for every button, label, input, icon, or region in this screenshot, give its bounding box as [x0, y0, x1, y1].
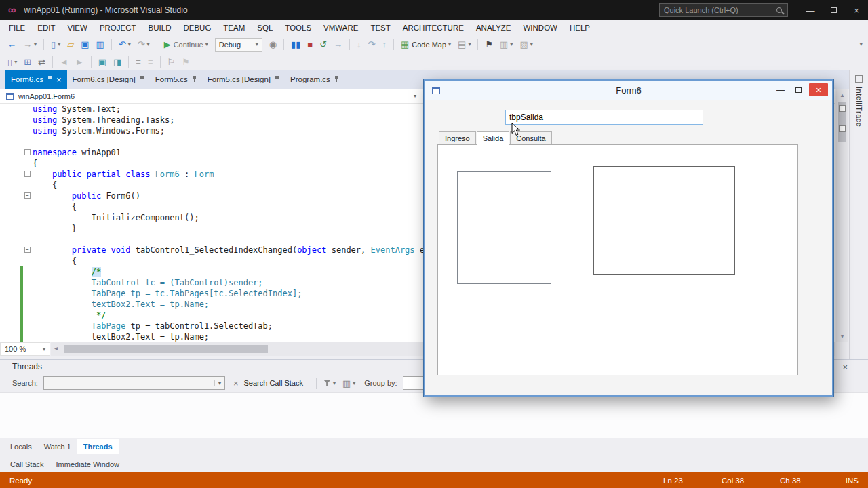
doc-tab-form6-cs[interactable]: Form6.cs× [5, 70, 67, 89]
menu-file[interactable]: FILE [3, 22, 31, 34]
debug-target-combo[interactable]: Debug▾ [215, 38, 262, 52]
collapse-region-icon[interactable]: − [24, 192, 31, 199]
menu-window[interactable]: WINDOW [517, 22, 563, 34]
search-call-stack-toggle[interactable]: Search Call Stack [244, 379, 303, 387]
toolbar-overflow-icon[interactable]: ▾ [859, 41, 863, 47]
breakpoint-flag-icon[interactable]: ⚑ [481, 37, 496, 52]
menu-edit[interactable]: EDIT [31, 22, 61, 34]
pin-icon[interactable] [140, 76, 144, 83]
nav-forward-icon[interactable]: →▾ [20, 37, 40, 52]
uncomment-icon[interactable]: ≡ [144, 54, 157, 69]
comment-icon[interactable]: ≡ [132, 54, 144, 69]
next-bookmark-icon[interactable]: ⚑ [178, 54, 193, 69]
display-method-icon[interactable]: ▣ [95, 54, 110, 69]
form-listbox[interactable] [457, 171, 551, 284]
menu-team[interactable]: TEAM [217, 22, 251, 34]
menu-architecture[interactable]: ARCHITECTURE [397, 22, 470, 34]
diagnostics-icon[interactable]: ▤▾ [454, 37, 474, 52]
doc-tab-program-cs[interactable]: Program.cs [285, 70, 344, 89]
step-over-icon[interactable]: ↷ [365, 37, 379, 52]
new-item-icon[interactable]: ▯▾ [4, 54, 20, 69]
collapse-region-icon[interactable]: − [24, 171, 31, 177]
threads-list-area[interactable] [0, 392, 868, 438]
step-into-icon[interactable]: ↓ [353, 37, 365, 52]
doc-tab-form5-cs-design[interactable]: Form5.cs [Design] [202, 70, 285, 89]
columns-button[interactable]: ▥ ▾ [339, 379, 359, 388]
save-icon[interactable]: ▣ [77, 37, 92, 52]
form-maximize-button[interactable] [790, 83, 806, 96]
break-all-icon[interactable]: ▮▮ [288, 37, 304, 52]
tab-call-stack[interactable]: Call Stack [4, 457, 50, 472]
clear-search-icon[interactable]: × [233, 379, 239, 388]
menu-help[interactable]: HELP [564, 22, 596, 34]
menu-test[interactable]: TEST [364, 22, 396, 34]
collapse-region-icon[interactable]: − [24, 247, 31, 253]
minimize-button[interactable]: — [799, 0, 822, 20]
attach-process-icon[interactable]: ◉ [266, 37, 280, 52]
step-out-icon[interactable]: ↑ [379, 37, 391, 52]
scroll-down-icon[interactable]: ▾ [836, 333, 848, 340]
doc-tab-form5-cs[interactable]: Form5.cs [150, 70, 202, 89]
form6-window[interactable]: Form6 — × IngresoSalidaConsulta [424, 79, 833, 396]
form-tab-ingreso[interactable]: Ingreso [439, 131, 476, 144]
swap-view-icon[interactable]: ⇄ [35, 54, 49, 69]
pin-icon[interactable] [275, 76, 279, 83]
code-map-icon[interactable]: ▦Code Map▾ [397, 37, 454, 52]
undo-icon[interactable]: ↶▾ [115, 37, 134, 52]
form-panel[interactable] [593, 166, 735, 275]
display-field-icon[interactable]: ◨ [110, 54, 125, 69]
collapse-region-icon[interactable]: − [24, 149, 31, 155]
tab-threads[interactable]: Threads [77, 439, 119, 454]
nav-back-icon[interactable]: ← [4, 37, 20, 52]
scroll-up-icon[interactable]: ▴ [836, 92, 848, 98]
menu-sql[interactable]: SQL [251, 22, 279, 34]
open-file-icon[interactable]: ▱ [64, 37, 77, 52]
tab-immediate-window[interactable]: Immediate Window [50, 457, 126, 472]
horizontal-scrollbar-thumb[interactable] [64, 345, 268, 353]
add-form-icon[interactable]: ⊞ [20, 54, 35, 69]
tab-intellitrace[interactable]: IntelliTrace [850, 70, 868, 127]
menu-debug[interactable]: DEBUG [177, 22, 217, 34]
save-all-icon[interactable]: ▥ [92, 37, 107, 52]
menu-build[interactable]: BUILD [142, 22, 178, 34]
search-input[interactable] [44, 378, 214, 388]
close-tab-icon[interactable]: × [56, 75, 62, 84]
form-textbox[interactable] [505, 110, 703, 125]
new-file-icon[interactable]: ▯▾ [47, 37, 64, 52]
menu-tools[interactable]: TOOLS [279, 22, 317, 34]
quick-launch-box[interactable]: Quick Launch (Ctrl+Q) [659, 3, 788, 17]
chevron-down-icon[interactable]: ▾ [414, 93, 416, 99]
bookmark-icon[interactable]: ⚐ [164, 54, 179, 69]
show-next-statement-icon[interactable]: → [330, 37, 346, 52]
menu-project[interactable]: PROJECT [94, 22, 142, 34]
pin-icon[interactable] [47, 76, 52, 83]
pin-icon[interactable] [334, 76, 339, 83]
menu-analyze[interactable]: ANALYZE [470, 22, 517, 34]
vertical-scrollbar[interactable]: ▴ ▾ [836, 89, 848, 342]
tab-watch-1[interactable]: Watch 1 [38, 439, 77, 454]
doc-tab-form6-cs-design[interactable]: Form6.cs [Design] [67, 70, 150, 89]
form6-title-bar[interactable]: Form6 — × [425, 81, 832, 100]
menu-view[interactable]: VIEW [62, 22, 94, 34]
chevron-down-icon[interactable]: ▾ [214, 380, 224, 386]
close-panel-icon[interactable]: × [842, 363, 848, 371]
watch-window-icon[interactable]: ▧▾ [516, 37, 536, 52]
tab-locals[interactable]: Locals [4, 439, 38, 454]
navigate-forward-icon[interactable]: ► [72, 54, 87, 69]
filter-button[interactable]: ▾ [320, 380, 339, 386]
redo-icon[interactable]: ↷▾ [134, 37, 153, 52]
zoom-control[interactable]: 100 % ▾ [0, 342, 50, 356]
restart-icon[interactable]: ↺ [316, 37, 330, 52]
form-minimize-button[interactable]: — [772, 83, 789, 96]
menu-vmware[interactable]: VMWARE [317, 22, 364, 34]
continue-button[interactable]: ▶Continue▾ [161, 37, 212, 52]
pin-icon[interactable] [192, 76, 197, 83]
navigate-back-icon[interactable]: ◄ [56, 54, 72, 69]
intellitrace-events-icon[interactable]: ▥▾ [496, 37, 516, 52]
search-box[interactable]: ▾ [43, 376, 225, 390]
scroll-left-icon[interactable]: ◂ [54, 344, 58, 352]
form-tab-salida[interactable]: Salida [477, 131, 510, 145]
close-button[interactable]: × [845, 0, 868, 20]
maximize-button[interactable] [822, 0, 845, 20]
form-close-button[interactable]: × [809, 83, 828, 96]
